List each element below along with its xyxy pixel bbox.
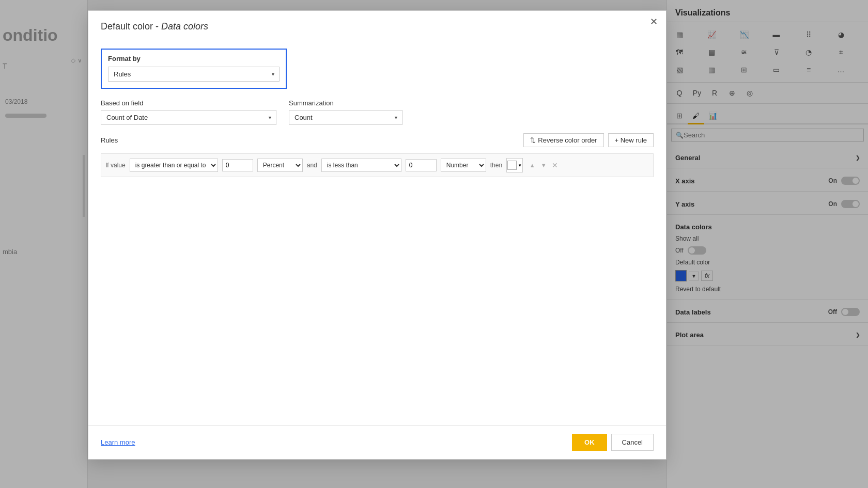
move-down-button[interactable]: ▼ xyxy=(538,160,549,170)
if-value-label: If value xyxy=(105,162,126,169)
dialog-close-button[interactable]: ✕ xyxy=(650,17,658,26)
format-by-select-wrapper: Rules Color scale Field value xyxy=(108,67,280,82)
color-preview xyxy=(507,161,517,170)
summarization-select-wrapper: Count Sum Average Min Max xyxy=(289,110,402,125)
dialog-title-text: Default color - xyxy=(101,21,161,32)
new-rule-label: + New rule xyxy=(615,136,647,144)
dialog: ✕ Default color - Data colors Format by … xyxy=(88,10,667,460)
cancel-button[interactable]: Cancel xyxy=(611,434,654,451)
ok-button[interactable]: OK xyxy=(572,434,607,451)
rule-arrows: ▲ ▼ ✕ xyxy=(527,160,560,170)
format-by-box: Format by Rules Color scale Field value xyxy=(101,49,287,89)
based-on-field-select[interactable]: Count of Date Date Category xyxy=(101,110,276,125)
rules-header-row: Rules ⇅ Reverse color order + New rule xyxy=(101,133,654,147)
then-label: then xyxy=(490,162,502,169)
format-by-label: Format by xyxy=(108,55,280,62)
sort-icon: ⇅ xyxy=(530,136,536,144)
type2-select[interactable]: Number Percent Percentile xyxy=(441,159,486,172)
condition2-select[interactable]: is less than is less than or equal to is… xyxy=(321,159,401,172)
rules-label: Rules xyxy=(101,136,118,144)
and-label: and xyxy=(307,162,317,169)
based-on-field-select-wrapper: Count of Date Date Category xyxy=(101,110,276,125)
field-summarization-row: Based on field Count of Date Date Catego… xyxy=(101,99,654,125)
dialog-title: Default color - Data colors xyxy=(88,11,666,40)
type1-select[interactable]: Percent Number Percentile xyxy=(257,159,303,172)
value2-input[interactable] xyxy=(406,159,437,171)
reverse-color-order-button[interactable]: ⇅ Reverse color order xyxy=(523,133,603,147)
summarization-group: Summarization Count Sum Average Min Max xyxy=(289,99,402,125)
based-on-field-group: Based on field Count of Date Date Catego… xyxy=(101,99,276,125)
condition1-select[interactable]: is greater than or equal to is less than… xyxy=(130,159,218,172)
color-dropdown-icon: ▼ xyxy=(518,163,522,168)
value1-input[interactable] xyxy=(222,159,253,171)
dialog-body: Format by Rules Color scale Field value … xyxy=(88,40,666,425)
rule-row: If value is greater than or equal to is … xyxy=(101,153,654,177)
new-rule-button[interactable]: + New rule xyxy=(608,133,654,147)
footer-buttons: OK Cancel xyxy=(572,434,654,451)
delete-rule-button[interactable]: ✕ xyxy=(550,160,560,170)
move-up-button[interactable]: ▲ xyxy=(527,160,537,170)
color-picker-button[interactable]: ▼ xyxy=(506,158,523,172)
rules-actions: ⇅ Reverse color order + New rule xyxy=(523,133,654,147)
based-on-field-label: Based on field xyxy=(101,99,276,107)
format-by-select[interactable]: Rules Color scale Field value xyxy=(108,67,280,82)
dialog-title-italic: Data colors xyxy=(161,21,208,32)
learn-more-link[interactable]: Learn more xyxy=(101,438,135,446)
summarization-label: Summarization xyxy=(289,99,402,107)
summarization-select[interactable]: Count Sum Average Min Max xyxy=(289,110,402,125)
dialog-footer: Learn more OK Cancel xyxy=(88,425,666,459)
reverse-color-order-label: Reverse color order xyxy=(538,136,597,144)
